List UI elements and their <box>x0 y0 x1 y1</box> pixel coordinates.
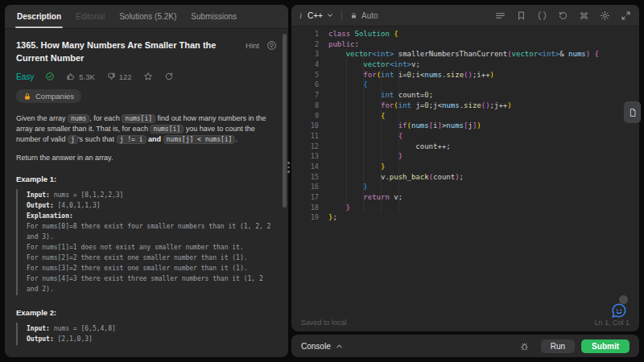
line-number: 17 <box>291 192 319 203</box>
inline-code: nums[i] <box>150 125 184 134</box>
line-number: 6 <box>291 80 319 90</box>
lock-icon <box>23 93 31 101</box>
like-count: 5.3K <box>79 72 95 81</box>
code-line: 17 return v; <box>291 192 639 203</box>
tab-submissions[interactable]: Submissions <box>184 5 244 28</box>
console-bar: Console Run Submit <box>291 335 639 357</box>
like-button[interactable]: 5.3K <box>66 72 95 81</box>
favorite-button[interactable] <box>143 72 153 81</box>
line-number: 5 <box>291 70 319 80</box>
code-editor-panel: i C++ Auto 1class Solution {2public:3 ve… <box>291 5 639 331</box>
line-number: 8 <box>291 101 319 111</box>
example-block: Input: nums = [6,5,4,8]Output: [2,1,0,3] <box>16 323 277 345</box>
companies-chip[interactable]: Companies <box>16 89 81 103</box>
tab-label: Description <box>17 12 61 21</box>
notes-doc-button[interactable] <box>624 101 641 123</box>
debug-bug-icon[interactable] <box>519 341 530 352</box>
line-number: 10 <box>291 121 319 131</box>
line-number: 9 <box>291 111 319 121</box>
code-line: 4 vector<int>v; <box>291 60 639 70</box>
submit-button[interactable]: Submit <box>581 339 630 353</box>
cursor-position: Ln 1, Col 1 <box>594 319 630 327</box>
thumbs-down-icon <box>106 72 116 81</box>
title-row: 1365. How Many Numbers Are Smaller Than … <box>16 39 277 64</box>
code-line: 11 { <box>291 131 639 142</box>
examples: Example 1:Input: nums = [8,1,2,2,3]Outpu… <box>16 175 277 358</box>
example-heading: Example 1: <box>16 175 277 183</box>
editor-toolbar: i C++ Auto <box>291 5 639 27</box>
tab-description[interactable]: Description <box>10 5 68 28</box>
braces-icon[interactable] <box>537 10 547 21</box>
line-number: 13 <box>291 151 319 162</box>
share-button[interactable] <box>164 72 174 81</box>
share-sync-icon <box>164 72 174 81</box>
code-line: 19}; <box>291 212 639 223</box>
description-text: , for each <box>89 114 122 122</box>
chevron-down-icon[interactable] <box>327 12 333 19</box>
companies-label: Companies <box>35 92 74 101</box>
autocomplete-label: Auto <box>361 11 378 20</box>
info-icon: i <box>299 10 302 20</box>
page-title: 1365. How Many Numbers Are Smaller Than … <box>16 39 235 64</box>
run-button[interactable]: Run <box>541 339 575 353</box>
settings-icon[interactable] <box>600 10 610 21</box>
inline-code: nums[j] < nums[i] <box>163 135 236 144</box>
inline-code: nums <box>68 114 89 123</box>
hint-label[interactable]: Hint <box>246 41 259 50</box>
difficulty-badge[interactable]: Easy <box>16 72 34 81</box>
code-line: 13 } <box>291 151 639 162</box>
description-text: Given the array <box>16 114 68 122</box>
code-line: 5 for(int i=0;i<nums.size();i++) <box>291 70 639 80</box>
problem-content: 1365. How Many Numbers Are Smaller Than … <box>5 29 288 357</box>
code-line: 3 vector<int> smallerNumbersThanCurrent(… <box>291 49 639 60</box>
code-line: 7 int count=0; <box>291 90 639 101</box>
code-line: 10 if(nums[i]>nums[j]) <box>291 121 639 131</box>
line-number: 11 <box>291 131 319 142</box>
inline-code: j != i <box>117 135 147 144</box>
console-toggle[interactable]: Console <box>301 342 331 351</box>
bookmark-icon[interactable] <box>516 10 526 21</box>
problem-tabs: DescriptionEditorialSolutions (5.2K)Subm… <box>5 5 288 29</box>
code-line: 14 } <box>291 162 639 172</box>
format-lines-icon[interactable] <box>495 10 506 21</box>
hint-group[interactable]: Hint <box>246 40 277 51</box>
star-icon <box>143 72 153 81</box>
dislike-button[interactable]: 122 <box>106 72 132 81</box>
line-number: 12 <box>291 142 319 152</box>
document-icon <box>628 108 638 117</box>
code-line: 1class Solution { <box>291 29 639 39</box>
editor-toolbar-icons <box>495 10 631 21</box>
line-number: 16 <box>291 182 319 192</box>
line-number: 7 <box>291 90 319 101</box>
code-line: 2public: <box>291 39 639 50</box>
code-lines: 1class Solution {2public:3 vector<int> s… <box>291 29 639 223</box>
chat-assistant-button[interactable] <box>610 302 628 319</box>
chevron-up-icon[interactable] <box>336 343 343 350</box>
panel-resize-handle[interactable] <box>287 162 290 173</box>
line-number: 18 <box>291 203 319 213</box>
code-line: 6 { <box>291 80 639 90</box>
command-icon[interactable] <box>579 10 589 21</box>
language-selector[interactable]: C++ <box>308 11 323 20</box>
tab-label: Editorial <box>76 12 105 21</box>
tab-solutions-5-2k[interactable]: Solutions (5.2K) <box>112 5 184 28</box>
line-number: 2 <box>291 39 319 50</box>
save-status: Saved to local <box>301 319 347 327</box>
thumbs-up-icon <box>66 72 76 81</box>
tab-editorial[interactable]: Editorial <box>68 5 112 28</box>
dislike-count: 122 <box>119 72 132 81</box>
lightbulb-circle-icon[interactable] <box>266 40 277 51</box>
code-editor[interactable]: 1class Solution {2public:3 vector<int> s… <box>291 27 639 223</box>
code-line: 9 { <box>291 111 639 121</box>
scrollbar-thumb[interactable] <box>283 34 287 208</box>
problem-panel: DescriptionEditorialSolutions (5.2K)Subm… <box>5 5 288 357</box>
fullscreen-icon[interactable] <box>621 10 631 21</box>
reset-icon[interactable] <box>558 10 568 21</box>
inline-code: j <box>68 135 78 144</box>
description-text: . <box>235 135 237 143</box>
code-line: 12 count++; <box>291 142 639 152</box>
code-line: 18 } <box>291 203 639 213</box>
problem-description: Given the array nums, for each nums[i] f… <box>16 113 277 145</box>
autocomplete-toggle[interactable]: Auto <box>350 11 378 20</box>
toolbar-separator <box>341 10 342 21</box>
